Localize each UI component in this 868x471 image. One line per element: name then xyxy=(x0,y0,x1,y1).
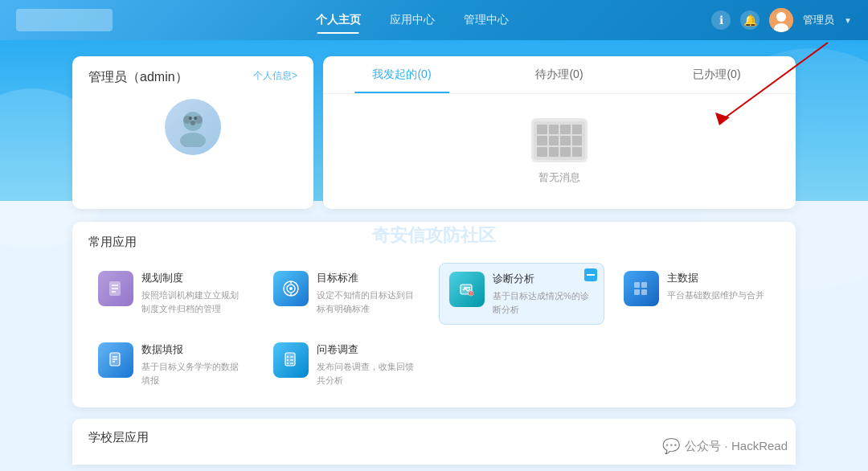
app-info-wenjuan: 问卷调查 发布问卷调查，收集回馈共分析 xyxy=(317,342,420,387)
tabs-card: 我发起的(0) 待办理(0) 已办理(0) xyxy=(323,56,796,209)
app-info-zhushuju: 主数据 平台基础数据维护与合并 xyxy=(667,271,770,302)
app-icon-mubiao xyxy=(273,271,309,306)
tab-done[interactable]: 已办理(0) xyxy=(638,56,796,93)
app-desc-zhenduan: 基于目标达成情况%的诊断分析 xyxy=(493,289,594,316)
user-name: 管理员（admin） xyxy=(88,69,188,86)
bc8 xyxy=(572,136,583,145)
app-zhenduan[interactable]: 诊断分析 基于目标达成情况%的诊断分析 xyxy=(439,263,604,325)
user-avatar-large xyxy=(165,99,221,155)
app-badge-zhenduan xyxy=(584,268,597,281)
app-desc-wenjuan: 发布问卷调查，收集回馈共分析 xyxy=(317,360,420,387)
app-icon-zhushuju xyxy=(624,271,659,306)
app-shuju[interactable]: 数据填报 基于目标义务学学的数据填报 xyxy=(88,334,254,395)
bottom-watermark-text: 公众号 · HackRead xyxy=(685,439,788,454)
app-name-zhushuju: 主数据 xyxy=(667,271,770,285)
badge-line xyxy=(587,274,595,276)
app-icon-shuju xyxy=(98,342,133,378)
svg-point-9 xyxy=(190,121,195,125)
bc11 xyxy=(560,147,571,157)
app-desc-guihua: 按照培训机构建立立规划制度文件归档的管理 xyxy=(141,289,244,315)
header-nav: 个人主页 应用中心 管理中心 xyxy=(303,8,522,32)
bc10 xyxy=(549,147,559,157)
svg-rect-28 xyxy=(634,289,640,295)
admin-label[interactable]: 管理员 xyxy=(803,13,834,27)
bc4 xyxy=(572,125,583,134)
app-wenjuan[interactable]: 问卷调查 发布问卷调查，收集回馈共分析 xyxy=(264,334,429,395)
app-info-shuju: 数据填报 基于目标义务学学的数据填报 xyxy=(141,342,244,387)
nav-item-home[interactable]: 个人主页 xyxy=(303,8,374,32)
user-card: 管理员（admin） 个人信息> xyxy=(72,56,313,209)
app-guihua[interactable]: 规划制度 按照培训机构建立立规划制度文件归档的管理 xyxy=(88,263,254,325)
svg-rect-26 xyxy=(634,282,640,288)
bc12 xyxy=(572,147,583,157)
bc9 xyxy=(537,147,547,157)
app-name-guihua: 规划制度 xyxy=(141,271,244,285)
app-zhushuju[interactable]: 主数据 平台基础数据维护与合并 xyxy=(614,263,780,325)
app-icon-guihua xyxy=(98,271,133,306)
bc6 xyxy=(549,136,559,145)
app-desc-shuju: 基于目标义务学学的数据填报 xyxy=(141,360,244,387)
nav-item-apps[interactable]: 应用中心 xyxy=(377,8,448,32)
personal-info-link[interactable]: 个人信息> xyxy=(253,69,297,83)
app-info-zhenduan: 诊断分析 基于目标达成情况%的诊断分析 xyxy=(493,272,594,316)
svg-point-6 xyxy=(180,133,206,147)
logo xyxy=(16,9,113,31)
svg-point-10 xyxy=(189,117,192,120)
main-content: 管理员（admin） 个人信息> 我发起的(0) 待 xyxy=(0,40,868,471)
svg-point-11 xyxy=(194,117,197,120)
no-message-icon xyxy=(531,118,588,162)
dropdown-arrow-icon[interactable]: ▼ xyxy=(844,16,852,25)
app-name-wenjuan: 问卷调查 xyxy=(317,342,420,357)
svg-point-18 xyxy=(289,287,293,290)
app-icon-zhenduan xyxy=(449,272,485,307)
tab-pending[interactable]: 待办理(0) xyxy=(481,56,638,93)
common-apps-title: 常用应用 xyxy=(88,235,780,250)
app-name-zhenduan: 诊断分析 xyxy=(493,272,594,286)
header-left xyxy=(16,9,113,31)
header: 个人主页 应用中心 管理中心 ℹ 🔔 管理员 ▼ xyxy=(0,0,868,40)
app-name-mubiao: 目标标准 xyxy=(317,271,420,285)
header-right: ℹ 🔔 管理员 ▼ xyxy=(711,8,852,32)
building-graphic xyxy=(534,121,585,160)
svg-point-1 xyxy=(776,12,786,22)
tab-initiated[interactable]: 我发起的(0) xyxy=(323,56,481,93)
bottom-watermark: 💬 公众号 · HackRead xyxy=(662,437,788,455)
bell-icon[interactable]: 🔔 xyxy=(740,10,760,30)
bc3 xyxy=(560,125,571,134)
svg-point-25 xyxy=(471,294,472,295)
bc2 xyxy=(549,125,559,134)
bc1 xyxy=(537,125,547,134)
common-apps-section: 常用应用 规划制度 按照培训机构建立立规划制度文件归档的管理 xyxy=(72,222,796,408)
tabs-header: 我发起的(0) 待办理(0) 已办理(0) xyxy=(323,56,796,94)
bc7 xyxy=(560,136,571,145)
top-section: 管理员（admin） 个人信息> 我发起的(0) 待 xyxy=(72,56,796,209)
app-desc-mubiao: 设定不知情的目标达到目标有明确标准 xyxy=(317,289,420,315)
app-name-shuju: 数据填报 xyxy=(141,342,244,357)
app-desc-zhushuju: 平台基础数据维护与合并 xyxy=(667,289,770,302)
svg-rect-29 xyxy=(641,289,647,295)
svg-rect-27 xyxy=(641,282,647,288)
svg-point-35 xyxy=(287,356,289,358)
user-card-header: 管理员（admin） 个人信息> xyxy=(88,69,297,86)
tab-content: 暂无消息 xyxy=(323,94,796,209)
nav-item-admin[interactable]: 管理中心 xyxy=(451,8,522,32)
svg-rect-34 xyxy=(285,353,295,366)
wechat-icon: 💬 xyxy=(662,437,680,455)
svg-point-37 xyxy=(287,359,289,361)
bc5 xyxy=(537,136,547,145)
app-info-guihua: 规划制度 按照培训机构建立立规划制度文件归档的管理 xyxy=(141,271,244,315)
app-info-mubiao: 目标标准 设定不知情的目标达到目标有明确标准 xyxy=(317,271,420,315)
no-message-text: 暂无消息 xyxy=(538,170,580,185)
app-icon-wenjuan xyxy=(273,342,309,378)
apps-grid: 规划制度 按照培训机构建立立规划制度文件归档的管理 目标标准 xyxy=(88,263,780,395)
app-mubiao[interactable]: 目标标准 设定不知情的目标达到目标有明确标准 xyxy=(264,263,429,325)
svg-point-39 xyxy=(287,362,289,364)
avatar[interactable] xyxy=(769,8,793,32)
info-icon[interactable]: ℹ xyxy=(711,10,731,30)
